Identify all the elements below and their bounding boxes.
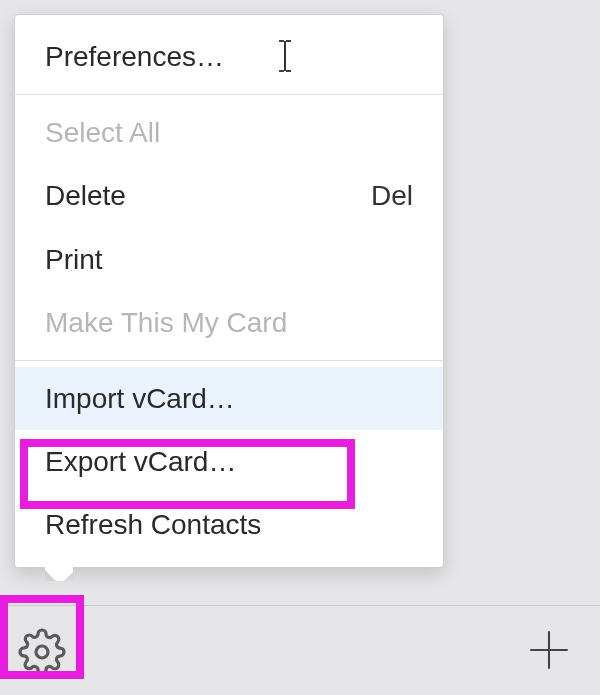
menu-separator — [15, 360, 443, 361]
menu-item-label: Export vCard… — [45, 442, 236, 481]
svg-point-0 — [36, 646, 48, 658]
toolbar — [0, 605, 600, 695]
menu-item-print[interactable]: Print — [15, 228, 443, 291]
plus-icon — [524, 625, 574, 679]
add-contact-button[interactable] — [521, 624, 576, 679]
menu-item-label: Import vCard… — [45, 379, 235, 418]
menu-item-label: Print — [45, 240, 103, 279]
menu-item-preferences[interactable]: Preferences… — [15, 25, 443, 88]
menu-item-label: Delete — [45, 176, 126, 215]
text-cursor-icon — [275, 39, 295, 73]
menu-item-export-vcard[interactable]: Export vCard… — [15, 430, 443, 493]
menu-item-shortcut: Del — [371, 176, 413, 215]
menu-item-label: Refresh Contacts — [45, 505, 261, 544]
menu-item-select-all: Select All — [15, 101, 443, 164]
settings-gear-button[interactable] — [14, 626, 69, 681]
menu-item-label: Preferences… — [45, 37, 224, 76]
menu-separator — [15, 94, 443, 95]
menu-item-refresh-contacts[interactable]: Refresh Contacts — [15, 493, 443, 556]
menu-item-import-vcard[interactable]: Import vCard… — [15, 367, 443, 430]
menu-item-label: Select All — [45, 113, 160, 152]
menu-pointer-tail — [45, 567, 73, 581]
app-window: Preferences… Select All Delete Del Print… — [0, 0, 600, 695]
menu-item-label: Make This My Card — [45, 303, 287, 342]
menu-item-make-my-card: Make This My Card — [15, 291, 443, 354]
menu-item-delete[interactable]: Delete Del — [15, 164, 443, 227]
settings-popup-menu: Preferences… Select All Delete Del Print… — [14, 14, 444, 568]
gear-icon — [18, 628, 66, 680]
